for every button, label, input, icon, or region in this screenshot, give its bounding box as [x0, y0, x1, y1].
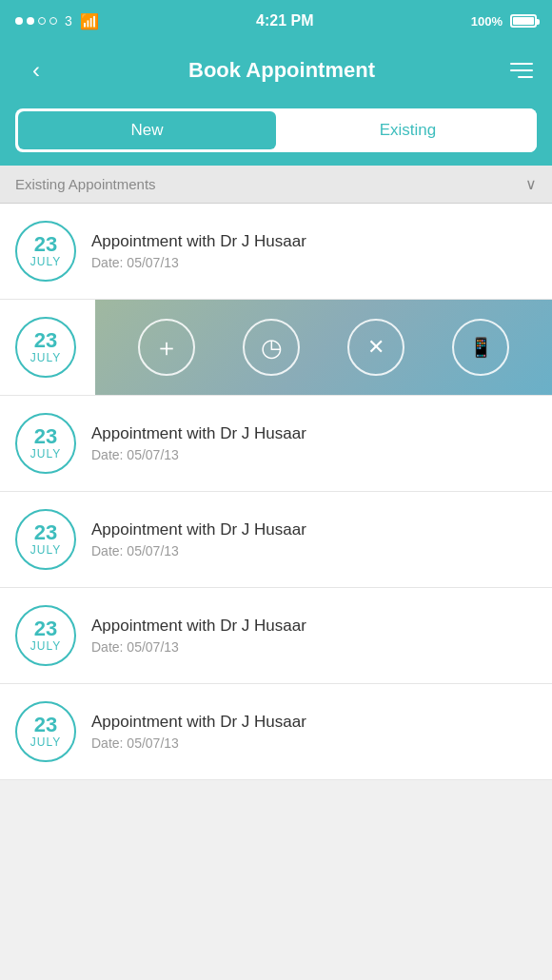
date-month: JULY [30, 735, 61, 749]
signal-dot-1 [15, 17, 23, 25]
section-header[interactable]: Existing Appointments ∨ [0, 166, 552, 204]
date-badge: 23 JULY [15, 605, 76, 666]
date-day: 23 [34, 715, 57, 735]
list-item[interactable]: 23 JULY Appointment with Dr J Husaar Dat… [0, 204, 552, 300]
appointment-date: Date: 05/07/13 [91, 255, 537, 270]
status-bar: 3 📶 4:21 PM 100% [0, 0, 552, 42]
battery-fill [513, 17, 534, 25]
date-month: JULY [30, 447, 61, 461]
date-month: JULY [30, 543, 61, 557]
clock-action-button[interactable]: ◷ [243, 319, 300, 376]
date-badge: 23 JULY [15, 509, 76, 570]
signal-dot-3 [38, 17, 46, 25]
menu-line-2 [510, 69, 533, 71]
signal-number: 3 [65, 13, 72, 29]
tab-existing[interactable]: Existing [279, 108, 537, 152]
list-item[interactable]: 23 JULY Appointment with Dr J Husaar Dat… [0, 588, 552, 684]
header: ‹ Book Appointment [0, 42, 552, 99]
appointment-info: Appointment with Dr J Husaar Date: 05/07… [91, 617, 537, 655]
date-badge: 23 JULY [15, 701, 76, 762]
battery-icon [510, 14, 537, 28]
list-item[interactable]: 23 JULY Appointment with Dr J Husaar Dat… [0, 492, 552, 588]
appointment-date: Date: 05/07/13 [91, 447, 537, 462]
status-time: 4:21 PM [256, 12, 313, 29]
tab-bar: New Existing [0, 99, 552, 166]
date-day: 23 [34, 330, 57, 351]
list-item[interactable]: 23 JULY Appointment with Dr J Husaar Dat… [0, 684, 552, 780]
date-day: 23 [34, 426, 57, 447]
date-month: JULY [30, 255, 61, 268]
x-icon: ✕ [367, 337, 384, 358]
appointment-date: Date: 05/07/13 [91, 543, 537, 559]
date-badge: 23 JULY [15, 413, 76, 474]
date-month: JULY [30, 351, 61, 364]
date-day: 23 [34, 234, 57, 255]
swipe-action-panel: ＋ ◷ ✕ 📱 [95, 300, 552, 395]
appointment-info: Appointment with Dr J Husaar Date: 05/07… [91, 424, 537, 462]
add-action-button[interactable]: ＋ [138, 319, 195, 376]
appointment-title: Appointment with Dr J Husaar [91, 232, 537, 251]
tab-new[interactable]: New [18, 111, 276, 149]
back-button[interactable]: ‹ [19, 57, 53, 84]
appointment-date: Date: 05/07/13 [91, 639, 537, 655]
appointment-list: 23 JULY Appointment with Dr J Husaar Dat… [0, 204, 552, 780]
date-badge: 23 JULY [15, 317, 76, 378]
signal-dot-4 [49, 17, 57, 25]
menu-line-1 [510, 63, 533, 65]
tab-container: New Existing [15, 108, 537, 152]
page-title: Book Appointment [188, 58, 375, 83]
battery-percent: 100% [471, 14, 503, 29]
menu-button[interactable] [510, 63, 533, 78]
appointment-title: Appointment with Dr J Husaar [91, 617, 537, 636]
status-signal: 3 📶 [15, 12, 99, 30]
list-item-swiped[interactable]: 23 JULY ＋ ◷ ✕ 📱 [0, 300, 552, 396]
wifi-icon: 📶 [80, 12, 99, 30]
plus-icon: ＋ [154, 335, 179, 360]
list-item[interactable]: 23 JULY Appointment with Dr J Husaar Dat… [0, 396, 552, 492]
clock-icon: ◷ [261, 335, 283, 360]
menu-line-3 [518, 76, 533, 78]
appointment-title: Appointment with Dr J Husaar [91, 520, 537, 539]
date-month: JULY [30, 639, 61, 653]
appointment-info: Appointment with Dr J Husaar Date: 05/07… [91, 713, 537, 751]
mobile-icon: 📱 [469, 338, 493, 357]
section-header-label: Existing Appointments [15, 176, 156, 192]
mobile-action-button[interactable]: 📱 [452, 319, 509, 376]
status-battery: 100% [471, 14, 537, 29]
date-day: 23 [34, 618, 57, 639]
appointment-date: Date: 05/07/13 [91, 735, 537, 751]
appointment-title: Appointment with Dr J Husaar [91, 424, 537, 443]
appointment-info: Appointment with Dr J Husaar Date: 05/07… [91, 232, 537, 270]
chevron-down-icon: ∨ [525, 175, 537, 193]
appointment-info: Appointment with Dr J Husaar Date: 05/07… [91, 520, 537, 559]
cancel-action-button[interactable]: ✕ [347, 319, 404, 376]
date-badge: 23 JULY [15, 221, 76, 282]
appointment-title: Appointment with Dr J Husaar [91, 713, 537, 732]
date-day: 23 [34, 522, 57, 543]
signal-dot-2 [27, 17, 34, 25]
